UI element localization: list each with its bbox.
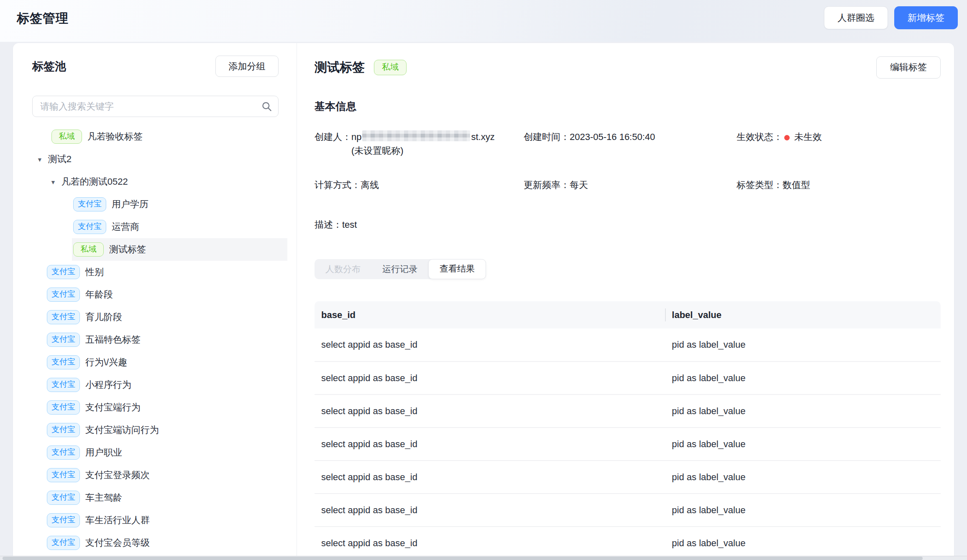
status-value: 未生效 (783, 130, 822, 144)
tree-tag-row[interactable]: 支付宝行为\/兴趣 (13, 351, 297, 374)
created-time-value: 2023-05-16 16:50:40 (570, 130, 655, 144)
horizontal-scrollbar[interactable] (0, 556, 967, 560)
cell-base-id: select appid as base_id (315, 527, 665, 560)
tree-tag-row[interactable]: 支付宝育儿阶段 (13, 306, 297, 328)
tag-type-field: 标签类型： 数值型 (737, 178, 941, 218)
tag-domain-badge: 支付宝 (47, 400, 80, 415)
tree-tag-row[interactable]: 私域凡若验收标签 (13, 125, 297, 148)
page-title: 标签管理 (17, 10, 69, 27)
tree-tag-row[interactable]: 支付宝支付宝会员等级 (13, 532, 297, 554)
cell-base-id: select appid as base_id (315, 361, 665, 395)
cell-base-id: select appid as base_id (315, 494, 665, 527)
result-table-body: select appid as base_idpid as label_valu… (315, 328, 941, 560)
tree-tag-row[interactable]: 支付宝五福特色标签 (13, 328, 297, 351)
tree-tag-row[interactable]: 支付宝运营商 (13, 216, 297, 238)
creator-label: 创建人： (315, 130, 351, 144)
search-icon[interactable] (261, 101, 272, 112)
edit-tag-button[interactable]: 编辑标签 (876, 56, 941, 79)
tag-domain-badge: 支付宝 (47, 288, 80, 302)
status-field: 生效状态： 未生效 (737, 130, 941, 178)
status-label: 生效状态： (737, 130, 783, 144)
tree-item-label: 支付宝登录频次 (85, 469, 150, 481)
tree-tag-row[interactable]: 支付宝用户职业 (13, 441, 297, 464)
sidebar-title: 标签池 (32, 59, 66, 74)
tree-tag-row[interactable]: 支付宝车主驾龄 (13, 486, 297, 509)
tab-item: 人数分布 (315, 259, 371, 279)
tree-tag-row[interactable]: 支付宝支付宝登录频次 (13, 464, 297, 486)
cell-base-id: select appid as base_id (315, 395, 665, 428)
description-value: test (342, 218, 357, 232)
description-field: 描述： test (315, 218, 524, 259)
add-tag-button[interactable]: 新增标签 (894, 6, 958, 29)
cell-label-value: pid as label_value (665, 527, 941, 560)
tag-domain-badge: 支付宝 (47, 423, 80, 437)
cell-label-value: pid as label_value (665, 328, 941, 361)
tree-item-label: 用户学历 (112, 198, 148, 211)
status-dot-icon (784, 135, 790, 140)
cell-base-id: select appid as base_id (315, 328, 665, 361)
cell-label-value: pid as label_value (665, 428, 941, 461)
tag-domain-badge: 支付宝 (47, 536, 80, 550)
tag-domain-badge: 支付宝 (73, 220, 106, 234)
table-row: select appid as base_idpid as label_valu… (315, 361, 941, 395)
crowd-select-button[interactable]: 人群圈选 (824, 6, 888, 29)
tree-group-row[interactable]: ▼测试2 (13, 148, 297, 171)
cell-label-value: pid as label_value (665, 461, 941, 494)
tag-domain-badge: 支付宝 (47, 491, 80, 505)
calc-mode-label: 计算方式： (315, 178, 361, 192)
tree-item-label: 支付宝会员等级 (85, 537, 150, 549)
column-header-base-id: base_id (315, 301, 665, 328)
update-freq-field: 更新频率： 每天 (524, 178, 737, 218)
tree-tag-row[interactable]: 私域测试标签 (13, 238, 297, 261)
cell-base-id: select appid as base_id (315, 461, 665, 494)
tag-pool-sidebar: 标签池 添加分组 私域凡若验收标签▼测试2▼凡若的测试0522支付宝用户学历支付… (13, 43, 297, 560)
scrollbar-thumb[interactable] (3, 557, 923, 560)
tree-tag-row[interactable]: 支付宝用户学历 (13, 193, 297, 216)
tree-tag-row[interactable]: 支付宝支付宝端行为 (13, 396, 297, 419)
tree-tag-row[interactable]: 支付宝支付宝端访问行为 (13, 419, 297, 441)
caret-down-icon[interactable]: ▼ (50, 179, 56, 186)
cell-label-value: pid as label_value (665, 395, 941, 428)
cell-base-id: select appid as base_id (315, 428, 665, 461)
tag-domain-badge: 支付宝 (47, 333, 80, 347)
tag-domain-badge: 支付宝 (47, 445, 80, 460)
tree-item-label: 行为\/兴趣 (85, 356, 127, 369)
tag-domain-badge: 支付宝 (47, 310, 80, 324)
tag-type-label: 标签类型： (737, 178, 783, 192)
tree-item-label: 支付宝端访问行为 (85, 424, 159, 436)
created-time-field: 创建时间： 2023-05-16 16:50:40 (524, 130, 737, 178)
tag-tree: 私域凡若验收标签▼测试2▼凡若的测试0522支付宝用户学历支付宝运营商私域测试标… (13, 125, 297, 554)
tree-item-label: 测试2 (48, 153, 72, 165)
description-label: 描述： (315, 218, 342, 232)
table-row: select appid as base_idpid as label_valu… (315, 461, 941, 494)
table-row: select appid as base_idpid as label_valu… (315, 395, 941, 428)
result-table: base_id label_value select appid as base… (315, 301, 941, 560)
search-input[interactable] (32, 96, 279, 117)
basic-info-grid: 创建人： npst.xyz(未设置昵称) 创建时间： 2023-05-16 16… (315, 130, 941, 259)
tree-item-label: 车主驾龄 (85, 491, 122, 504)
tree-tag-row[interactable]: 支付宝车生活行业人群 (13, 509, 297, 532)
calc-mode-value: 离线 (361, 178, 379, 192)
update-freq-label: 更新频率： (524, 178, 570, 192)
tag-detail-panel: 测试标签 私域 编辑标签 基本信息 创建人： npst.xyz(未设置昵称) 创… (297, 43, 954, 560)
calc-mode-field: 计算方式： 离线 (315, 178, 524, 218)
tab-active[interactable]: 查看结果 (428, 259, 486, 279)
tree-item-label: 凡若的测试0522 (61, 176, 128, 188)
update-freq-value: 每天 (570, 178, 588, 192)
tree-item-label: 性别 (85, 266, 104, 278)
tree-item-label: 五福特色标签 (85, 333, 141, 346)
tree-tag-row[interactable]: 支付宝小程序行为 (13, 374, 297, 396)
cell-label-value: pid as label_value (665, 494, 941, 527)
tag-domain-badge: 支付宝 (47, 378, 80, 392)
caret-down-icon[interactable]: ▼ (37, 156, 43, 163)
table-row: select appid as base_idpid as label_valu… (315, 527, 941, 560)
tree-item-label: 支付宝端行为 (85, 401, 141, 414)
add-group-button[interactable]: 添加分组 (215, 56, 279, 77)
tree-tag-row[interactable]: 支付宝年龄段 (13, 283, 297, 306)
creator-field: 创建人： npst.xyz(未设置昵称) (315, 130, 524, 178)
tree-group-row[interactable]: ▼凡若的测试0522 (13, 171, 297, 193)
tab-item[interactable]: 运行记录 (371, 259, 428, 279)
top-header: 标签管理 人群圈选 新增标签 (0, 0, 967, 42)
tree-tag-row[interactable]: 支付宝性别 (13, 261, 297, 283)
column-header-label-value: label_value (665, 301, 941, 328)
